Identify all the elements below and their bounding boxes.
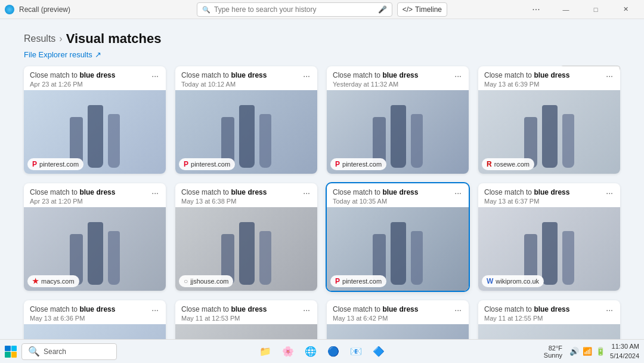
- dress-shape: [411, 114, 423, 168]
- card-header: Close match to blue dress May 13 at 6:42…: [327, 300, 469, 324]
- volume-icon[interactable]: 📶: [583, 347, 592, 356]
- card-more-button[interactable]: ···: [302, 305, 311, 315]
- dress-shape: [108, 231, 120, 285]
- card-match-text: Close match to blue dress: [333, 305, 418, 313]
- card-thumbnail: P pinterest.com: [175, 90, 317, 174]
- card-thumbnail-inner: [327, 324, 469, 339]
- taskbar-icon-mail[interactable]: 📁: [256, 342, 275, 361]
- card-time: May 13 at 6:37 PM: [484, 198, 569, 205]
- card-title-area: Close match to blue dress May 13 at 6:37…: [484, 188, 569, 205]
- result-card[interactable]: Close match to blue dress Today at 10:12…: [175, 66, 317, 174]
- clock[interactable]: 11:30 AM 5/14/2024: [610, 342, 639, 361]
- card-more-button[interactable]: ···: [150, 188, 160, 198]
- card-match-bold: blue dress: [231, 188, 267, 196]
- card-more-button[interactable]: ···: [453, 305, 463, 315]
- taskbar-icon-app1[interactable]: 📧: [346, 342, 366, 361]
- battery-icon[interactable]: 🔋: [596, 347, 605, 356]
- card-thumbnail: ★ macys.com: [24, 207, 166, 291]
- card-match-text: Close match to blue dress: [30, 71, 115, 79]
- card-more-button[interactable]: ···: [605, 305, 614, 315]
- result-card[interactable]: Close match to blue dress May 13 at 6:42…: [327, 300, 469, 339]
- timeline-code-icon: </>: [402, 5, 413, 14]
- site-name: wikiprom.co.uk: [496, 278, 539, 285]
- result-card[interactable]: Close match to blue dress Today at 10:35…: [327, 183, 469, 291]
- site-name: jjshouse.com: [190, 278, 228, 285]
- dress-shape: [259, 114, 271, 168]
- card-header: Close match to blue dress Apr 23 at 1:26…: [24, 66, 166, 90]
- taskbar-icon-edge[interactable]: 🔵: [324, 342, 343, 361]
- title-bar-controls: ··· — □ ✕: [522, 0, 639, 19]
- search-input[interactable]: [214, 5, 374, 14]
- card-more-button[interactable]: ···: [605, 188, 614, 198]
- timeline-button[interactable]: </> Timeline: [397, 2, 447, 17]
- card-title-area: Close match to blue dress May 13 at 6:39…: [484, 71, 569, 88]
- breadcrumb: Results › Visual matches: [24, 31, 620, 47]
- mic-icon[interactable]: 🎤: [378, 5, 387, 14]
- system-icons: 🔊 📶 🔋: [569, 347, 605, 356]
- site-badge: ★ macys.com: [27, 275, 79, 287]
- time: 11:30 AM: [610, 342, 639, 351]
- site-badge: P pinterest.com: [179, 158, 235, 170]
- card-thumbnail: ○ jjshouse.com: [175, 207, 317, 291]
- card-header: Close match to blue dress May 13 at 6:36…: [24, 300, 166, 324]
- network-icon[interactable]: 🔊: [569, 347, 579, 356]
- card-thumbnail: P pinterest.com: [327, 207, 469, 291]
- taskbar-center: 📁 🌸 🌐 🔵 📧 🔷: [256, 342, 388, 361]
- card-time: May 13 at 6:38 PM: [181, 198, 267, 205]
- title-bar: Recall (preview) 🔍 🎤 </> Timeline ··· — …: [0, 0, 644, 19]
- minimize-button[interactable]: —: [552, 0, 580, 19]
- result-card[interactable]: Close match to blue dress May 11 at 12:5…: [478, 300, 620, 339]
- taskbar-icon-app2[interactable]: 🔷: [369, 342, 388, 361]
- result-card[interactable]: Close match to blue dress May 13 at 6:39…: [478, 66, 620, 174]
- site-name: pinterest.com: [39, 161, 79, 168]
- card-match-bold: blue dress: [534, 305, 569, 313]
- taskbar-icon-browser1[interactable]: 🌸: [278, 342, 298, 361]
- site-name: pinterest.com: [342, 278, 382, 285]
- card-more-button[interactable]: ···: [150, 305, 160, 315]
- results-grid: Close match to blue dress Apr 23 at 1:26…: [24, 66, 620, 339]
- search-bar-area: 🔍 🎤 </> Timeline: [197, 0, 447, 19]
- card-match-bold: blue dress: [382, 71, 418, 79]
- site-name: macys.com: [41, 278, 75, 285]
- close-button[interactable]: ✕: [612, 0, 639, 19]
- site-name: rosewe.com: [494, 161, 530, 168]
- card-more-button[interactable]: ···: [453, 188, 463, 198]
- result-card[interactable]: Close match to blue dress Yesterday at 1…: [327, 66, 469, 174]
- start-button[interactable]: [5, 346, 17, 358]
- result-card[interactable]: Close match to blue dress Apr 23 at 1:26…: [24, 66, 166, 174]
- card-title-area: Close match to blue dress May 13 at 6:38…: [181, 188, 267, 205]
- date: 5/14/2024: [610, 352, 639, 361]
- card-match-bold: blue dress: [382, 305, 418, 313]
- dress-shape: [391, 105, 406, 168]
- card-match-bold: blue dress: [79, 305, 115, 313]
- card-more-button[interactable]: ···: [302, 71, 311, 81]
- dress-shape: [239, 105, 255, 168]
- result-card[interactable]: Close match to blue dress May 13 at 6:37…: [478, 183, 620, 291]
- site-favicon: ○: [184, 277, 188, 285]
- taskbar-search[interactable]: 🔍 Search: [21, 343, 117, 360]
- file-explorer-link[interactable]: File Explorer results ↗: [24, 50, 101, 59]
- card-header: Close match to blue dress Apr 23 at 1:20…: [24, 183, 166, 207]
- result-card[interactable]: Close match to blue dress May 11 at 12:5…: [175, 300, 317, 339]
- dress-shape: [411, 231, 423, 285]
- dress-shape: [562, 231, 574, 285]
- card-thumbnail: P pinterest.com: [327, 324, 469, 339]
- result-card[interactable]: Close match to blue dress May 13 at 6:38…: [175, 183, 317, 291]
- site-badge: ○ jjshouse.com: [179, 275, 233, 287]
- card-header: Close match to blue dress May 13 at 6:37…: [478, 183, 620, 207]
- card-title-area: Close match to blue dress May 13 at 6:42…: [333, 305, 418, 322]
- card-more-button[interactable]: ···: [302, 188, 311, 198]
- card-more-button[interactable]: ···: [150, 71, 160, 81]
- card-more-button[interactable]: ···: [605, 71, 614, 81]
- maximize-button[interactable]: □: [582, 0, 609, 19]
- result-card[interactable]: Close match to blue dress Apr 23 at 1:20…: [24, 183, 166, 291]
- card-match-bold: blue dress: [79, 71, 115, 79]
- more-options-button[interactable]: ···: [522, 0, 550, 19]
- search-container[interactable]: 🔍 🎤: [197, 2, 392, 17]
- card-match-text: Close match to blue dress: [181, 71, 267, 79]
- dress-shape: [88, 105, 103, 168]
- taskbar-icon-browser2[interactable]: 🌐: [301, 342, 320, 361]
- result-card[interactable]: Close match to blue dress May 13 at 6:36…: [24, 300, 166, 339]
- card-match-text: Close match to blue dress: [30, 305, 115, 313]
- card-more-button[interactable]: ···: [453, 71, 463, 81]
